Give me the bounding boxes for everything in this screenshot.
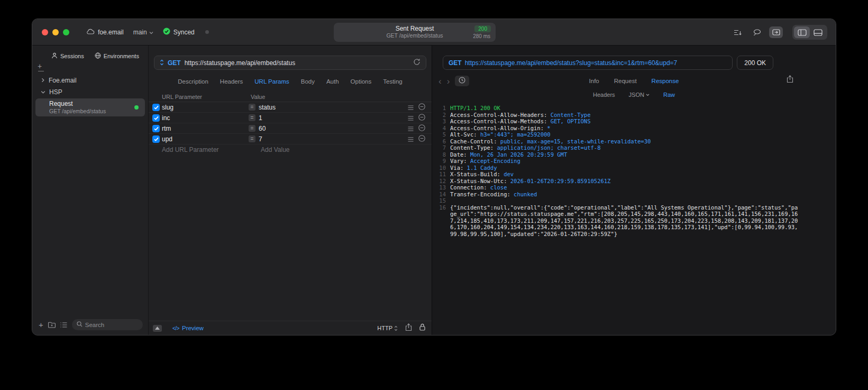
param-enabled-checkbox[interactable] — [152, 114, 160, 122]
sort-icon[interactable] — [731, 26, 745, 38]
main-content: Sessions Environments + — [32, 46, 836, 335]
request-url-input[interactable]: https://statuspage.me/api/embed/status — [185, 59, 409, 67]
toggle-bottom-panel-icon[interactable] — [810, 26, 826, 38]
new-folder-icon[interactable] — [48, 322, 56, 328]
code-line: 12X-Status-Now-Utc: 2026-01-26T20:29:59.… — [434, 178, 800, 185]
param-row-actions — [408, 103, 425, 112]
param-name-input[interactable]: upd — [162, 135, 249, 143]
param-name-input[interactable]: rtm — [162, 125, 249, 132]
remove-param-icon[interactable] — [418, 103, 425, 112]
drag-handle-icon[interactable] — [408, 134, 414, 144]
request-tab-options[interactable]: Options — [351, 78, 372, 85]
column-header-name: URL Parameter — [162, 94, 251, 100]
request-tab-headers[interactable]: Headers — [220, 78, 243, 85]
search-input[interactable]: Search — [72, 319, 143, 330]
project-name: foe.email — [98, 29, 124, 36]
param-value-input[interactable]: 7 — [259, 135, 262, 143]
drag-handle-icon[interactable] — [408, 124, 414, 133]
line-number: 2 — [434, 112, 446, 119]
close-window-button[interactable] — [42, 29, 48, 35]
tab-environments[interactable]: Environments — [95, 52, 139, 60]
response-body[interactable]: 1HTTP/1.1 200 OK2Access-Control-Allow-He… — [432, 105, 836, 237]
remove-param-icon[interactable] — [418, 113, 425, 123]
param-row: slug = status — [149, 102, 432, 113]
param-value-input[interactable]: status — [259, 104, 276, 111]
forward-icon[interactable]: › — [447, 77, 450, 86]
add-param-name-input[interactable]: Add URL Parameter — [162, 146, 261, 153]
param-enabled-checkbox[interactable] — [152, 104, 160, 111]
url-row: GET https://statuspage.me/api/embed/stat… — [149, 46, 432, 70]
add-param-row: Add URL Parameter Add Value — [149, 144, 432, 155]
request-tabs: DescriptionHeadersURL ParamsBodyAuthOpti… — [149, 77, 432, 86]
response-subtab-raw[interactable]: Raw — [663, 92, 675, 98]
code-line: 8Date: Mon, 26 Jan 2026 20:29:59 GMT — [434, 151, 800, 158]
request-method[interactable]: GET — [168, 59, 181, 67]
drag-handle-icon[interactable] — [408, 103, 414, 112]
request-url-bar[interactable]: GET https://statuspage.me/api/embed/stat… — [154, 56, 426, 70]
method-selector-icon[interactable] — [160, 58, 164, 68]
response-subtab-headers[interactable]: Headers — [593, 92, 615, 98]
clock-icon — [459, 76, 465, 86]
project-selector[interactable]: foe.email — [86, 29, 124, 36]
cloud-icon — [86, 29, 95, 36]
sent-request-line[interactable]: GET https://statuspage.me/api/embed/stat… — [443, 56, 733, 70]
add-request-button[interactable]: + — [39, 321, 43, 329]
lock-icon[interactable] — [419, 323, 425, 333]
code-line: 14Transfer-Encoding: chunked — [434, 191, 800, 198]
open-in-window-icon[interactable] — [769, 26, 783, 38]
response-tab-request[interactable]: Request — [614, 78, 637, 84]
protocol-selector[interactable]: HTTP — [377, 325, 398, 331]
preview-button[interactable]: </> Preview — [172, 325, 204, 331]
add-session-button[interactable]: + — [38, 63, 148, 69]
param-name-input[interactable]: slug — [162, 104, 249, 111]
param-value-input[interactable]: 1 — [259, 114, 262, 122]
request-tab-description[interactable]: Description — [178, 78, 208, 85]
summary-status-badge: 200 — [474, 25, 491, 32]
history-button[interactable] — [455, 76, 469, 86]
tree-item-hsp[interactable]: HSP — [35, 86, 145, 98]
request-list-item-selected[interactable]: Request GET /api/embed/status — [35, 98, 145, 116]
param-enabled-checkbox[interactable] — [152, 135, 160, 143]
drag-handle-icon[interactable] — [408, 113, 414, 123]
zoom-window-button[interactable] — [63, 29, 69, 35]
resend-icon[interactable] — [413, 58, 421, 68]
response-subtab-json[interactable]: JSON — [629, 92, 650, 98]
branch-name: main — [133, 29, 147, 36]
params-rows: slug = status inc = 1 — [149, 102, 432, 144]
view-options-icon[interactable] — [60, 322, 67, 328]
response-tab-info[interactable]: Info — [589, 78, 599, 84]
request-summary-widget[interactable]: Sent Request GET /api/embed/status 200 2… — [334, 23, 496, 42]
request-tab-testing[interactable]: Testing — [383, 78, 402, 85]
param-name-input[interactable]: inc — [162, 114, 249, 122]
code-icon: </> — [172, 325, 179, 331]
expand-panel-icon[interactable] — [153, 325, 162, 332]
request-tab-auth[interactable]: Auth — [326, 78, 339, 85]
params-table-header: URL Parameter Value — [149, 92, 432, 102]
line-number: 15 — [434, 197, 446, 204]
minimize-window-button[interactable] — [52, 29, 59, 35]
branch-selector[interactable]: main — [133, 29, 153, 36]
toggle-sidebar-icon[interactable] — [794, 26, 810, 38]
param-value-input[interactable]: 60 — [259, 125, 266, 132]
share-icon[interactable] — [405, 323, 412, 333]
equals-icon: = — [249, 104, 255, 111]
remove-param-icon[interactable] — [418, 124, 425, 133]
tab-sessions[interactable]: Sessions — [51, 52, 84, 60]
export-response-icon[interactable] — [787, 75, 793, 85]
add-param-value-input[interactable]: Add Value — [261, 146, 290, 153]
app-window: foe.email main Synced Sent Request GET /… — [32, 19, 836, 335]
param-enabled-checkbox[interactable] — [152, 125, 160, 132]
sidebar-mini-toolbar: + — [32, 63, 148, 72]
sync-status[interactable]: Synced — [163, 28, 195, 37]
desktop: foe.email main Synced Sent Request GET /… — [0, 0, 868, 390]
response-tab-response[interactable]: Response — [652, 78, 679, 84]
sidebar: Sessions Environments + — [32, 46, 149, 335]
back-icon[interactable]: ‹ — [438, 77, 442, 86]
request-tab-url-params[interactable]: URL Params — [254, 78, 289, 85]
search-placeholder: Search — [85, 322, 104, 328]
request-editor-panel: GET https://statuspage.me/api/embed/stat… — [149, 46, 432, 335]
request-tab-body[interactable]: Body — [301, 78, 315, 85]
remove-param-icon[interactable] — [418, 134, 425, 144]
lasso-icon[interactable] — [750, 26, 764, 38]
tree-item-foe-email[interactable]: Foe.email — [35, 75, 145, 86]
